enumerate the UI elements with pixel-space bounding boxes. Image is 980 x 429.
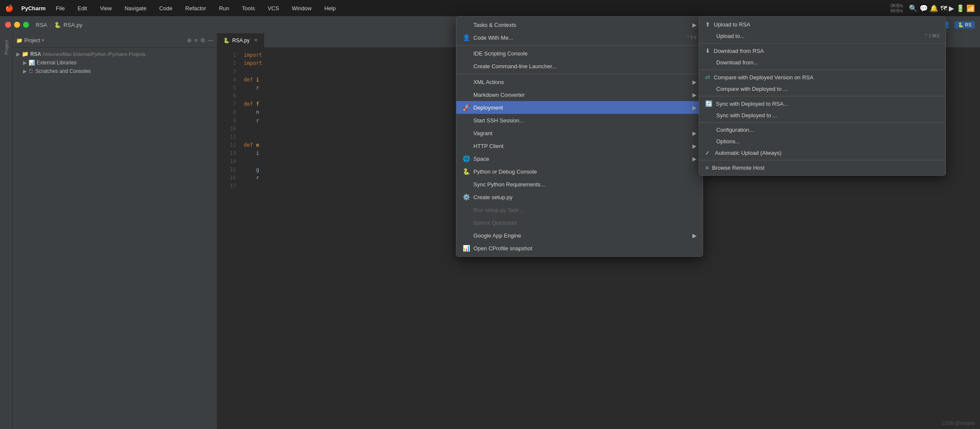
separator-1 [456,45,703,46]
expand-icon: ▶ [23,68,27,74]
traffic-lights [5,22,29,28]
menu-item-ssh[interactable]: Start SSH Session... [456,114,703,127]
ssh-label: Start SSH Session... [473,117,524,124]
sidebar-tab-project[interactable]: Project [2,37,11,58]
deploy-item-sync-rsa[interactable]: 🔄 Sync with Deployed to RSA... [699,98,945,110]
upload-to-shortcut: ⌃⇧⌘X [924,33,940,39]
menu-item-vagrant[interactable]: Vagrant ▶ [456,127,703,139]
menu-item-codewith[interactable]: 👤 Code With Me... ⌃⇧Y [456,31,703,44]
settings-icon[interactable]: ⚙ [200,37,205,43]
collapse-icon[interactable]: ≡ [194,37,198,43]
minimize-button[interactable] [14,22,20,28]
locate-icon[interactable]: ⊕ [187,37,192,43]
download-rsa-icon: ⬇ [705,47,710,54]
deploy-item-configuration[interactable]: Configuration... [699,124,945,136]
deployment-submenu: ⬆ Upload to RSA Upload to... ⌃⇧⌘X ⬇ Down… [699,16,946,176]
chevron-down-icon[interactable]: ▾ [42,38,44,43]
deploy-sep-2 [699,70,945,70]
deploy-item-download-from[interactable]: Download from... [699,57,945,68]
menu-item-deployment[interactable]: 🚀 Deployment ▶ [456,101,703,114]
close-button[interactable] [5,22,11,28]
compare-to-label: Compare with Deployed to ... [716,86,788,92]
deploy-item-upload-rsa[interactable]: ⬆ Upload to RSA [699,18,945,30]
close-tab-icon[interactable]: ✕ [254,38,258,43]
breadcrumb-separator: › [50,22,52,28]
compare-icon: ⇄ [705,74,710,81]
menu-item-python-debug[interactable]: 🐍 Python or Debug Console [456,165,703,178]
breadcrumb-file[interactable]: RSA.py [63,22,82,28]
menu-item-tasks[interactable]: Tasks & Contexts ▶ [456,18,703,31]
watermark: CSDN @Vengold [942,421,975,426]
library-icon: 📊 [29,60,35,66]
system-icons: 🔍 💬 🔔 🗺 ▶ 🔋 📶 [909,4,975,12]
menu-item-ide-scripting[interactable]: IDE Scripting Console [456,47,703,60]
menu-item-sync-req[interactable]: Sync Python Requirements... [456,178,703,191]
apple-menu[interactable]: 🍎 [5,4,14,12]
deploy-item-compare-to[interactable]: Compare with Deployed to ... [699,83,945,95]
sync-req-label: Sync Python Requirements... [473,181,545,188]
menu-item-gae[interactable]: Google App Engine ▶ [456,229,703,242]
menu-item-cprofile[interactable]: 📊 Open CProfile snapshot [456,242,703,255]
sync-req-icon [462,180,470,188]
menu-tools[interactable]: Tools [239,4,257,12]
menu-item-markdown[interactable]: Markdown Converter ▶ [456,88,703,101]
sync-rsa-icon: 🔄 [705,100,712,107]
deploy-item-sync-to[interactable]: Sync with Deployed to ... [699,110,945,121]
menu-window[interactable]: Window [289,4,314,12]
folder-icon: 📁 [22,51,29,57]
python-badge[interactable]: 🐍 RS [954,21,975,29]
run-setup-icon [462,206,470,214]
configuration-label: Configuration... [716,127,754,133]
menu-item-create-setup[interactable]: ⚙️ Create setup.py [456,191,703,203]
menu-item-create-launcher[interactable]: Create Command-line Launcher... [456,60,703,72]
sync-to-label: Sync with Deployed to ... [716,112,777,119]
tree-item-rsa[interactable]: ▶ 📁 RSA /Volumes/Mac External/Python /Py… [13,49,217,58]
menu-code[interactable]: Code [157,4,175,12]
menu-vcs[interactable]: VCS [265,4,282,12]
menu-help[interactable]: Help [322,4,338,12]
menu-item-space[interactable]: 🌐 Space ▶ [456,152,703,165]
deployment-icon: 🚀 [462,104,470,111]
app-name[interactable]: PyCharm [21,5,46,12]
menu-refactor[interactable]: Refactor [183,4,209,12]
tasks-label: Tasks & Contexts [473,22,516,28]
network-stats: 0KB/s6KB/s [891,3,903,13]
menu-edit[interactable]: Edit [75,4,89,12]
ssh-icon [462,116,470,124]
breadcrumb: RSA › 🐍 RSA.py [36,22,82,28]
tree-item-label: RSA /Volumes/Mac External/Python /Pychar… [30,51,146,57]
menu-item-xml[interactable]: XML Actions ▶ [456,75,703,88]
tree-item-scratches[interactable]: ▶ 🗒 Scratches and Consoles [13,67,217,75]
upload-rsa-label: Upload to RSA [714,21,750,28]
markdown-arrow-icon: ▶ [692,92,697,98]
menu-run[interactable]: Run [216,4,232,12]
menu-view[interactable]: View [97,4,114,12]
tab-label: RSA.py [232,38,250,43]
minimize-panel-icon[interactable]: — [208,37,213,43]
deploy-item-options[interactable]: Options... [699,136,945,147]
deploy-item-download-rsa[interactable]: ⬇ Download from RSA [699,45,945,57]
tree-title-icon: 📁 [16,38,23,43]
tree-title: 📁 Project ▾ [16,38,44,43]
tree-item-external-libs[interactable]: ▶ 📊 External Libraries [13,58,217,67]
tree-item-label: Scratches and Consoles [35,68,91,74]
deploy-item-browse-remote[interactable]: ≡ Browse Remote Host [699,162,945,174]
tree-toolbar-icons: ⊕ ≡ ⚙ — [187,37,213,43]
menu-item-http[interactable]: HTTP Client ▶ [456,139,703,152]
sphinx-label: Sphinx Quickstart [473,220,517,226]
create-launcher-icon [462,62,470,70]
deploy-item-compare-deployed[interactable]: ⇄ Compare with Deployed Version on RSA [699,71,945,83]
menu-file[interactable]: File [53,4,67,12]
editor-tab-rsa[interactable]: 🐍 RSA.py ✕ [217,33,264,48]
menu-item-sphinx: Sphinx Quickstart [456,216,703,229]
markdown-label: Markdown Converter [473,92,525,98]
breadcrumb-root[interactable]: RSA [36,22,47,28]
codewith-label: Code With Me... [473,35,513,41]
deploy-item-auto-upload[interactable]: ✓ Automatic Upload (Always) [699,147,945,159]
vagrant-icon [462,129,470,137]
menu-navigate[interactable]: Navigate [122,4,149,12]
deploy-item-upload-to[interactable]: Upload to... ⌃⇧⌘X [699,30,945,42]
menu-item-run-setup: Run setup.py Task... [456,203,703,216]
browse-remote-label: Browse Remote Host [712,165,764,171]
maximize-button[interactable] [23,22,29,28]
